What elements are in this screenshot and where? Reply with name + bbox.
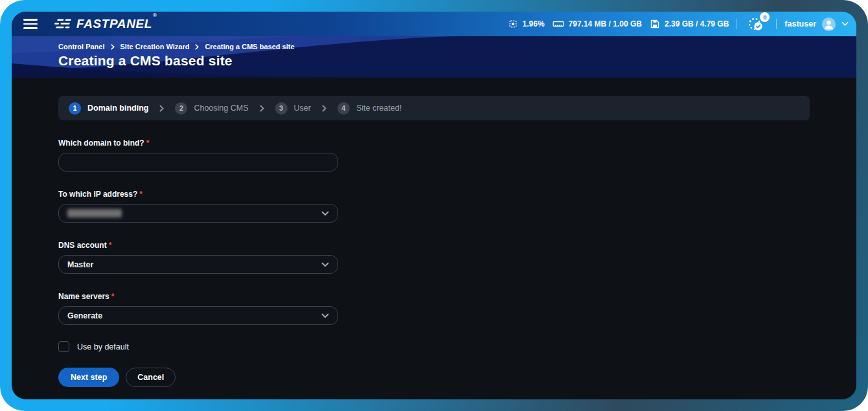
disk-value: 2.39 GB / 4.79 GB [665, 19, 729, 28]
required-mark: * [109, 241, 112, 250]
name-servers-field: Name servers* Generate [58, 292, 338, 325]
page-title: Creating a CMS based site [58, 53, 810, 69]
disk-icon [650, 19, 660, 29]
hamburger-menu-icon[interactable] [23, 19, 38, 29]
brand-name: FASTPANEL® [76, 17, 156, 31]
use-by-default-row[interactable]: Use by default [58, 341, 810, 352]
required-mark: * [139, 190, 143, 199]
breadcrumb: Control Panel Site Creation Wizard Creat… [58, 43, 810, 50]
equalizer-logo-icon [53, 18, 73, 30]
cpu-value: 1.96% [523, 19, 545, 28]
topbar-right: 1.96% 797.14 MB / 1.00 GB 2.39 GB / [508, 16, 849, 32]
ram-stat[interactable]: 797.14 MB / 1.00 GB [553, 19, 642, 28]
name-servers-value: Generate [67, 311, 102, 320]
step-number: 4 [337, 102, 350, 115]
step-label: Choosing CMS [194, 104, 248, 113]
wizard-steps-bar: 1 Domain binding 2 Choosing CMS 3 User 4… [58, 96, 810, 120]
ram-value: 797.14 MB / 1.00 GB [569, 19, 642, 28]
name-servers-label: Name servers* [58, 292, 338, 301]
step-number: 3 [275, 102, 288, 115]
fastpanel-app: FASTPANEL® 1.96% 797.14 MB / 1.00 GB [12, 12, 856, 399]
chevron-down-icon [321, 262, 329, 267]
next-step-button[interactable]: Next step [58, 368, 119, 387]
brand-logo[interactable]: FASTPANEL® [54, 17, 156, 31]
avatar [822, 17, 836, 31]
screenshot-stage: FASTPANEL® 1.96% 797.14 MB / 1.00 GB [0, 0, 868, 411]
topbar-divider [776, 19, 777, 29]
step-label: Site created! [356, 104, 402, 113]
step-number: 2 [175, 102, 187, 115]
topbar: FASTPANEL® 1.96% 797.14 MB / 1.00 GB [12, 12, 856, 36]
required-mark: * [111, 292, 115, 301]
chevron-right-icon [159, 105, 164, 112]
name-servers-select[interactable]: Generate [58, 306, 338, 325]
chevron-right-icon [195, 44, 199, 50]
registered-mark: ® [153, 12, 157, 18]
domain-input-wrap [58, 153, 338, 172]
chevron-down-icon [841, 21, 849, 27]
dns-account-label: DNS account* [58, 241, 338, 250]
dns-account-value: Master [67, 260, 93, 269]
ip-field: To which IP address?* [58, 190, 338, 223]
step-domain-binding[interactable]: 1 Domain binding [69, 102, 148, 115]
notification-badge: 0 [760, 12, 770, 22]
redacted-ip-value [67, 209, 122, 217]
cpu-stat[interactable]: 1.96% [508, 19, 545, 29]
step-label: Domain binding [87, 104, 148, 113]
cpu-icon [508, 19, 518, 29]
step-label: User [294, 104, 311, 113]
username: fastuser [784, 19, 816, 28]
dns-account-select[interactable]: Master [58, 255, 338, 274]
use-by-default-checkbox[interactable] [58, 341, 69, 352]
cancel-button[interactable]: Cancel [126, 368, 176, 387]
domain-label: Which domain to bind?* [58, 139, 338, 148]
main-content: 1 Domain binding 2 Choosing CMS 3 User 4… [12, 78, 856, 387]
domain-field: Which domain to bind?* [58, 139, 338, 172]
hero-band: Control Panel Site Creation Wizard Creat… [12, 36, 856, 78]
ip-select[interactable] [58, 204, 338, 223]
breadcrumb-control-panel[interactable]: Control Panel [58, 43, 105, 50]
topbar-divider [737, 19, 737, 29]
domain-input[interactable] [67, 158, 329, 167]
ram-icon [553, 19, 564, 28]
breadcrumb-site-creation-wizard[interactable]: Site Creation Wizard [120, 43, 190, 50]
chevron-down-icon [321, 211, 329, 216]
chevron-right-icon [322, 105, 326, 112]
user-menu[interactable]: fastuser [784, 17, 849, 31]
chevron-right-icon [260, 105, 264, 112]
chevron-down-icon [321, 313, 329, 318]
disk-stat[interactable]: 2.39 GB / 4.79 GB [650, 19, 729, 29]
required-mark: * [146, 139, 150, 148]
step-choosing-cms[interactable]: 2 Choosing CMS [175, 102, 248, 115]
step-user[interactable]: 3 User [275, 102, 311, 115]
step-number: 1 [69, 102, 81, 115]
chevron-right-icon [111, 44, 115, 50]
tasks-button[interactable]: 0 [748, 16, 766, 32]
use-by-default-label: Use by default [77, 342, 129, 351]
step-site-created[interactable]: 4 Site created! [337, 102, 402, 115]
breadcrumb-current: Creating a CMS based site [205, 43, 294, 50]
ip-label: To which IP address?* [58, 190, 338, 199]
form-actions: Next step Cancel [58, 368, 810, 387]
dns-account-field: DNS account* Master [58, 241, 338, 274]
